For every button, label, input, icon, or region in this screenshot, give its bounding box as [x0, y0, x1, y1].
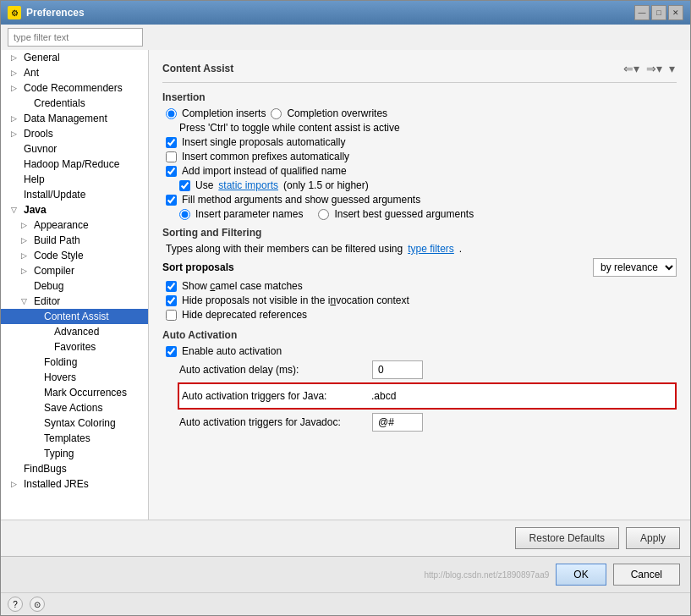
sidebar-item-compiler[interactable]: ▷ Compiler — [1, 263, 148, 278]
panel-navigation: ⇐▾ ⇒▾ ▾ — [622, 60, 677, 77]
show-camel-checkbox[interactable] — [166, 281, 177, 292]
apply-button[interactable]: Apply — [626, 527, 680, 549]
maximize-button[interactable]: □ — [651, 5, 666, 20]
hide-not-visible-checkbox[interactable] — [166, 295, 177, 306]
type-filters-link[interactable]: type filters — [408, 243, 454, 255]
sidebar-item-ant[interactable]: ▷ Ant — [1, 65, 148, 80]
add-import-checkbox[interactable] — [166, 166, 177, 177]
insert-single-label: Insert single proposals automatically — [182, 136, 345, 148]
window-controls: — □ ✕ — [634, 5, 683, 20]
sidebar-item-build-path[interactable]: ▷ Build Path — [1, 233, 148, 248]
sidebar-item-save-actions[interactable]: Save Actions — [1, 400, 148, 415]
sidebar-item-folding[interactable]: Folding — [1, 355, 148, 370]
completion-overwrites-label: Completion overwrites — [287, 107, 387, 119]
sort-proposals-row: Sort proposals by relevance — [162, 258, 677, 277]
completion-inserts-radio[interactable] — [166, 108, 177, 119]
insert-param-radio[interactable] — [179, 209, 190, 220]
insert-best-radio[interactable] — [318, 209, 329, 220]
sidebar-item-hadoop[interactable]: Hadoop Map/Reduce — [1, 157, 148, 172]
completion-inserts-label: Completion inserts — [182, 107, 266, 119]
expand-icon: ▷ — [11, 129, 21, 138]
expand-icon: ▷ — [21, 221, 31, 229]
sorting-period: . — [459, 243, 462, 255]
triggers-java-input[interactable] — [366, 387, 417, 405]
nav-menu-button[interactable]: ▾ — [667, 60, 677, 77]
expand-icon: ▷ — [21, 267, 31, 275]
search-bar — [1, 25, 690, 50]
sidebar-item-code-style[interactable]: ▷ Code Style — [1, 248, 148, 263]
sidebar-item-debug[interactable]: Debug — [1, 278, 148, 294]
delay-input[interactable] — [372, 360, 423, 379]
sidebar-item-java[interactable]: ▽ Java — [1, 202, 148, 217]
sidebar-item-templates[interactable]: Templates — [1, 431, 148, 446]
sidebar-item-credentials[interactable]: Credentials — [1, 96, 148, 111]
cancel-button[interactable]: Cancel — [613, 564, 680, 586]
sidebar-item-general[interactable]: ▷ General — [1, 50, 148, 65]
use-static-checkbox[interactable] — [179, 180, 190, 191]
panel-title-text: Content Assist — [162, 63, 233, 74]
only-text: (only 1.5 or higher) — [283, 179, 369, 191]
minimize-button[interactable]: — — [634, 5, 650, 20]
expand-icon: ▷ — [21, 251, 31, 260]
triggers-javadoc-row: Auto activation triggers for Javadoc: — [179, 413, 677, 432]
dialog-buttons: http://blog.csdn.net/z1890897aa9 OK Canc… — [1, 556, 690, 592]
sort-select[interactable]: by relevance — [593, 258, 677, 277]
add-import-label: Add import instead of qualified name — [182, 165, 347, 177]
triggers-java-label: Auto activation triggers for Java: — [182, 390, 359, 402]
sidebar-item-drools[interactable]: ▷ Drools — [1, 126, 148, 141]
hide-deprecated-checkbox[interactable] — [166, 310, 177, 321]
sidebar-item-favorites[interactable]: Favorites — [1, 339, 148, 355]
insert-single-checkbox[interactable] — [166, 137, 177, 148]
ctrl-toggle-row: Press 'Ctrl' to toggle while content ass… — [162, 122, 677, 134]
use-static-row: Use static imports (only 1.5 or higher) — [162, 179, 677, 191]
insert-common-checkbox[interactable] — [166, 151, 177, 162]
ok-button[interactable]: OK — [556, 564, 606, 586]
info-icon[interactable]: ⊙ — [30, 597, 45, 612]
sidebar-item-content-assist[interactable]: Content Assist — [1, 309, 148, 324]
sidebar-item-advanced[interactable]: Advanced — [1, 324, 148, 339]
type-filters-row: Types along with their members can be fi… — [162, 243, 677, 255]
watermark-text: http://blog.csdn.net/z1890897aa9 — [424, 570, 549, 580]
footer-bar: ? ⊙ — [1, 592, 690, 615]
sidebar-item-syntax-coloring[interactable]: Syntax Coloring — [1, 415, 148, 431]
delay-row: Auto activation delay (ms): — [179, 360, 677, 379]
enable-auto-checkbox[interactable] — [166, 346, 177, 357]
nav-back-button[interactable]: ⇐▾ — [622, 60, 641, 77]
panel-title-row: Content Assist ⇐▾ ⇒▾ ▾ — [162, 60, 677, 83]
sidebar-item-appearance[interactable]: ▷ Appearance — [1, 217, 148, 233]
auto-activation-title: Auto Activation — [162, 329, 677, 341]
use-static-label: Use — [195, 179, 213, 191]
sort-proposals-label: Sort proposals — [162, 261, 234, 273]
expand-icon: ▽ — [21, 297, 31, 305]
triggers-javadoc-input[interactable] — [372, 413, 423, 432]
sidebar-item-data-management[interactable]: ▷ Data Management — [1, 111, 148, 126]
expand-icon: ▽ — [11, 206, 21, 214]
sidebar-item-install-update[interactable]: Install/Update — [1, 187, 148, 202]
insertion-section-title: Insertion — [162, 91, 677, 103]
enable-auto-label: Enable auto activation — [182, 345, 282, 357]
sidebar-item-code-recommenders[interactable]: ▷ Code Recommenders — [1, 80, 148, 96]
sorting-description: Types along with their members can be fi… — [166, 243, 403, 255]
search-input[interactable] — [8, 28, 143, 47]
sidebar-item-installed-jres[interactable]: ▷ Installed JREs — [1, 476, 148, 492]
insert-common-row: Insert common prefixes automatically — [162, 151, 677, 162]
static-imports-link[interactable]: static imports — [218, 179, 278, 191]
sidebar-item-help[interactable]: Help — [1, 172, 148, 187]
enable-auto-row: Enable auto activation — [162, 345, 677, 357]
help-icon[interactable]: ? — [8, 597, 23, 612]
ctrl-toggle-text: Press 'Ctrl' to toggle while content ass… — [179, 122, 400, 134]
sidebar-item-editor[interactable]: ▽ Editor — [1, 294, 148, 309]
nav-forward-button[interactable]: ⇒▾ — [644, 60, 664, 77]
sidebar-item-typing[interactable]: Typing — [1, 446, 148, 461]
sidebar-item-findbugs[interactable]: FindBugs — [1, 461, 148, 476]
expand-icon: ▷ — [11, 114, 21, 123]
sidebar-item-hovers[interactable]: Hovers — [1, 370, 148, 385]
sidebar-item-mark-occurrences[interactable]: Mark Occurrences — [1, 385, 148, 400]
sidebar-item-guvnor[interactable]: Guvnor — [1, 141, 148, 157]
sidebar: ▷ General ▷ Ant ▷ Code Recommenders Cred… — [1, 50, 149, 520]
restore-defaults-button[interactable]: Restore Defaults — [515, 527, 619, 549]
main-content: ▷ General ▷ Ant ▷ Code Recommenders Cred… — [1, 50, 690, 520]
completion-overwrites-radio[interactable] — [271, 108, 282, 119]
fill-method-checkbox[interactable] — [166, 195, 177, 206]
close-button[interactable]: ✕ — [668, 5, 683, 20]
